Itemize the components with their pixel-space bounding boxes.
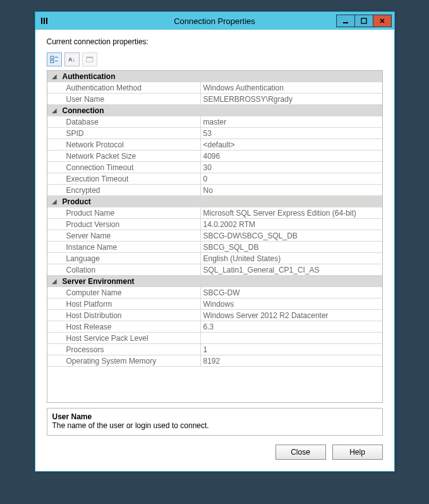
property-row[interactable]: Product NameMicrosoft SQL Server Express… [47, 207, 382, 219]
category-row[interactable]: ◢Server Environment [47, 276, 382, 287]
property-value: SBCG-DW\SBCG_SQL_DB [200, 230, 382, 242]
alphabetical-button[interactable]: A↓ [64, 52, 80, 66]
category-name: Authentication [61, 71, 201, 82]
property-value: 4096 [200, 151, 382, 162]
property-name: Collation [61, 264, 201, 276]
property-row[interactable]: Host Service Pack Level [47, 333, 382, 344]
property-name: Network Protocol [61, 139, 201, 151]
svg-rect-10 [55, 57, 58, 58]
property-row[interactable]: Execution Timeout0 [47, 173, 382, 185]
property-value: 14.0.2002 RTM [200, 219, 382, 230]
svg-rect-7 [361, 18, 366, 23]
property-row[interactable]: Server NameSBCG-DW\SBCG_SQL_DB [47, 230, 382, 242]
property-row[interactable]: Authentication MethodWindows Authenticat… [47, 82, 382, 94]
property-value: 1 [200, 344, 382, 355]
category-name: Product [61, 196, 201, 207]
property-value: SBCG_SQL_DB [200, 242, 382, 253]
property-name: Host Distribution [61, 310, 201, 321]
category-row[interactable]: ◢Connection [47, 105, 382, 116]
svg-rect-11 [55, 61, 58, 61]
property-row[interactable]: CollationSQL_Latin1_General_CP1_CI_AS [47, 264, 382, 276]
property-name: Product Version [61, 219, 201, 230]
property-row[interactable]: Host Release6.3 [47, 321, 382, 333]
property-row[interactable]: Network Packet Size4096 [47, 151, 382, 162]
property-row[interactable]: Network Protocol<default> [47, 139, 382, 151]
svg-rect-8 [51, 56, 54, 59]
property-name: Server Name [61, 230, 201, 242]
titlebar[interactable]: Connection Properties [35, 12, 394, 30]
property-row[interactable]: Host PlatformWindows [47, 298, 382, 310]
close-dialog-button[interactable]: Close [275, 445, 326, 460]
property-name: Product Name [61, 207, 201, 219]
property-value: Windows [200, 298, 382, 310]
category-row[interactable]: ◢Product [47, 196, 382, 207]
property-name: Authentication Method [61, 82, 201, 94]
property-value: 6.3 [200, 321, 382, 333]
close-button[interactable] [373, 15, 392, 27]
property-name: SPID [61, 128, 201, 139]
property-name: Encrypted [61, 185, 201, 196]
property-name: Language [61, 253, 201, 264]
svg-point-5 [45, 18, 47, 20]
collapse-icon[interactable]: ◢ [47, 71, 61, 82]
property-row[interactable]: EncryptedNo [47, 185, 382, 196]
property-row[interactable]: LanguageEnglish (United States) [47, 253, 382, 264]
property-value: English (United States) [200, 253, 382, 264]
property-value [200, 333, 382, 344]
collapse-icon[interactable]: ◢ [47, 276, 61, 287]
property-value: <default> [200, 139, 382, 151]
property-name: Operating System Memory [61, 355, 201, 367]
svg-point-3 [40, 18, 42, 20]
property-value: master [200, 116, 382, 128]
collapse-icon[interactable]: ◢ [47, 196, 61, 207]
property-row[interactable]: Processors1 [47, 344, 382, 355]
property-value: 53 [200, 128, 382, 139]
property-row[interactable]: Connection Timeout30 [47, 162, 382, 173]
property-row[interactable]: User NameSEMLERBROSSY\Rgrady [47, 94, 382, 105]
property-value: SQL_Latin1_General_CP1_CI_AS [200, 264, 382, 276]
property-row[interactable]: Databasemaster [47, 116, 382, 128]
minimize-button[interactable] [336, 15, 355, 27]
property-name: User Name [61, 94, 201, 105]
caption-label: Current connection properties: [47, 37, 383, 46]
property-row[interactable]: Product Version14.0.2002 RTM [47, 219, 382, 230]
collapse-icon[interactable]: ◢ [47, 105, 61, 116]
property-row[interactable]: Instance NameSBCG_SQL_DB [47, 242, 382, 253]
property-value: 0 [200, 173, 382, 185]
category-row[interactable]: ◢Authentication [47, 71, 382, 82]
property-grid[interactable]: ◢AuthenticationAuthentication MethodWind… [47, 70, 383, 403]
property-row[interactable]: Host DistributionWindows Server 2012 R2 … [47, 310, 382, 321]
property-name: Database [61, 116, 201, 128]
property-value: SBCG-DW [200, 287, 382, 298]
description-pane: User Name The name of the user or login … [47, 408, 383, 436]
property-name: Computer Name [61, 287, 201, 298]
svg-rect-9 [51, 60, 54, 63]
svg-point-4 [43, 20, 45, 22]
description-title: User Name [52, 412, 377, 421]
property-value: Windows Authentication [200, 82, 382, 94]
property-value: SEMLERBROSSY\Rgrady [200, 94, 382, 105]
property-name: Instance Name [61, 242, 201, 253]
window-controls [337, 15, 392, 27]
property-name: Host Platform [61, 298, 201, 310]
svg-rect-6 [343, 22, 348, 23]
property-value: Windows Server 2012 R2 Datacenter [200, 310, 382, 321]
dialog-window: Connection Properties Current connection… [35, 11, 395, 472]
property-toolbar: A↓ [47, 52, 383, 66]
property-name: Connection Timeout [61, 162, 201, 173]
property-row[interactable]: Operating System Memory8192 [47, 355, 382, 367]
help-button[interactable]: Help [332, 445, 383, 460]
categorized-button[interactable] [47, 52, 62, 66]
property-row[interactable]: Computer NameSBCG-DW [47, 287, 382, 298]
property-value: 8192 [200, 355, 382, 367]
app-icon [35, 16, 53, 25]
property-name: Execution Timeout [61, 173, 201, 185]
property-pages-button[interactable] [82, 52, 97, 66]
property-name: Processors [61, 344, 201, 355]
category-name: Connection [61, 105, 201, 116]
description-text: The name of the user or login used to co… [52, 421, 377, 430]
maximize-button[interactable] [354, 15, 373, 27]
property-name: Host Service Pack Level [61, 333, 201, 344]
property-value: 30 [200, 162, 382, 173]
property-row[interactable]: SPID53 [47, 128, 382, 139]
